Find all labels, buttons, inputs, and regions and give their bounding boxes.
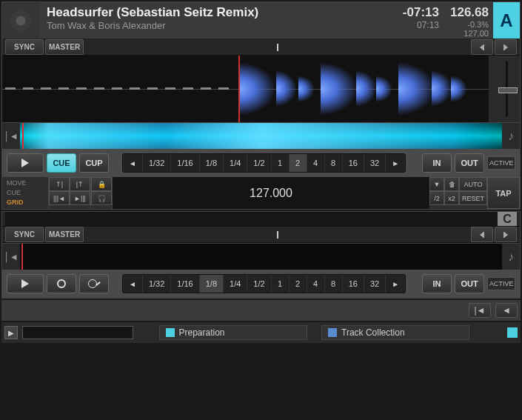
- bpm-double-button[interactable]: x2: [444, 191, 459, 205]
- beatjump-c-8[interactable]: 8: [325, 275, 343, 293]
- pitch-bend-up-c[interactable]: [495, 227, 517, 242]
- set-gridmarker-button[interactable]: ▼: [429, 177, 444, 191]
- phase-center-tick-c: [277, 231, 278, 239]
- beatjump-strip: ◄ 1/32 1/16 1/8 1/4 1/2 1 2 4 8 16 32 ►: [122, 153, 406, 173]
- cue-button[interactable]: CUE: [47, 153, 76, 173]
- loop-active-button-c[interactable]: ACTIVE: [487, 277, 515, 290]
- cover-art[interactable]: [2, 2, 39, 39]
- track-info: Headsurfer (Sebastian Seitz Remix) Tom W…: [39, 2, 386, 39]
- waveform-overview-c[interactable]: [20, 244, 502, 270]
- beatjump-c-1-16[interactable]: 1/16: [171, 275, 199, 293]
- grid-nudge-left[interactable]: ⤒|: [49, 177, 70, 191]
- beatjump-1-4[interactable]: 1/4: [224, 154, 247, 172]
- beatjump-8[interactable]: 8: [325, 154, 343, 172]
- headphone-cue-button[interactable]: 🎧: [91, 191, 112, 205]
- time-remaining: -07:13: [392, 5, 439, 20]
- right-icon: [504, 44, 508, 50]
- grid-adjust-group: ⤒| |⤒ |||◄ ►|||: [48, 177, 91, 209]
- beatjump-1-2[interactable]: 1/2: [247, 154, 271, 172]
- bpm-reset-button[interactable]: RESET: [459, 191, 487, 205]
- analysis-lock-button[interactable]: 🔒: [91, 177, 112, 191]
- beatjump-1-16[interactable]: 1/16: [171, 154, 199, 172]
- deck-c-top: C: [2, 212, 520, 227]
- beatjump-1-8[interactable]: 1/8: [200, 154, 224, 172]
- pitch-bend-down-c[interactable]: [471, 227, 493, 242]
- skip-start-button[interactable]: │◄: [2, 123, 20, 149]
- track-artist: Tom Wax & Boris Alexander: [47, 20, 378, 31]
- search-input[interactable]: [22, 326, 133, 339]
- sync-button-c[interactable]: SYNC: [5, 227, 44, 242]
- play-icon: [21, 159, 29, 167]
- delete-gridmarker-button[interactable]: 🗑: [444, 177, 459, 191]
- deck-letter-c[interactable]: C: [498, 212, 517, 226]
- loop-out-button[interactable]: OUT: [455, 153, 484, 173]
- beatjump-c-2[interactable]: 2: [290, 275, 307, 293]
- pitch-bend-up[interactable]: [495, 39, 517, 55]
- beatjump-1[interactable]: 1: [272, 154, 290, 172]
- waveform-main[interactable]: [2, 56, 489, 122]
- transport-row-c: ◄ 1/32 1/16 1/8 1/4 1/2 1 2 4 8 16 32 ► …: [2, 270, 520, 298]
- keylock-icon[interactable]: ♪: [502, 123, 520, 149]
- preparation-column[interactable]: Preparation: [159, 325, 307, 340]
- beatjump-c-4[interactable]: 4: [307, 275, 325, 293]
- pitch-bend-down[interactable]: [471, 39, 493, 55]
- record-button-c[interactable]: [47, 274, 76, 293]
- beatjump-c-16[interactable]: 16: [343, 275, 364, 293]
- history-prev-button[interactable]: ◄: [495, 303, 518, 318]
- bpm-display[interactable]: 127.000: [113, 177, 429, 209]
- cup-button[interactable]: CUP: [79, 153, 109, 173]
- loop-out-button-c[interactable]: OUT: [455, 274, 484, 293]
- beatjump-next-c[interactable]: ►: [386, 275, 405, 293]
- tempo-fader[interactable]: [489, 56, 520, 122]
- disc-icon: [10, 10, 32, 32]
- grid-shift-right[interactable]: ►|||: [70, 191, 90, 205]
- tap-button[interactable]: TAP: [487, 177, 520, 209]
- grid-shift-left[interactable]: |||◄: [49, 191, 70, 205]
- bpm-controls: ▼ 🗑 AUTO /2 x2 RESET: [429, 177, 487, 209]
- browser-toggle-button[interactable]: [507, 327, 518, 338]
- history-back-button[interactable]: |◄: [469, 303, 491, 318]
- beatjump-1-32[interactable]: 1/32: [143, 154, 171, 172]
- beatjump-c-1-32[interactable]: 1/32: [143, 275, 171, 293]
- beatjump-c-1-8[interactable]: 1/8: [200, 275, 224, 293]
- beatjump-16[interactable]: 16: [343, 154, 364, 172]
- beatjump-c-1-2[interactable]: 1/2: [247, 275, 271, 293]
- beatjump-c-1[interactable]: 1: [272, 275, 290, 293]
- sync-button[interactable]: SYNC: [5, 39, 44, 55]
- loop-active-button[interactable]: ACTIVE: [487, 156, 515, 170]
- tempo-base: 127.00: [449, 29, 489, 38]
- grid-nudge-right[interactable]: |⤒: [70, 177, 90, 191]
- bpm-auto-button[interactable]: AUTO: [459, 177, 487, 191]
- vinyl-button-c[interactable]: [79, 274, 109, 293]
- time-display[interactable]: -07:13 07:13: [386, 2, 445, 39]
- collection-column[interactable]: Track Collection: [321, 325, 469, 340]
- beatjump-prev-c[interactable]: ◄: [123, 275, 143, 293]
- beatjump-c-1-4[interactable]: 1/4: [224, 275, 247, 293]
- tempo-display[interactable]: 126.68 -0.3% 127.00: [445, 2, 493, 39]
- transport-row: CUE CUP ◄ 1/32 1/16 1/8 1/4 1/2 1 2 4 8 …: [2, 149, 520, 177]
- grid-move-label: MOVE: [7, 179, 44, 188]
- stripe-row-c: │◄ ♪: [2, 243, 520, 270]
- stripe-row: │◄ ♪: [2, 122, 520, 149]
- beatjump-strip-c: ◄ 1/32 1/16 1/8 1/4 1/2 1 2 4 8 16 32 ►: [122, 274, 406, 293]
- loop-in-button[interactable]: IN: [422, 153, 452, 173]
- beatjump-prev[interactable]: ◄: [123, 154, 143, 172]
- master-button[interactable]: MASTER: [45, 39, 84, 55]
- beatjump-4[interactable]: 4: [307, 154, 325, 172]
- beatjump-2[interactable]: 2: [290, 154, 307, 172]
- waveform-overview[interactable]: [20, 123, 502, 149]
- master-button-c[interactable]: MASTER: [45, 227, 84, 242]
- play-button-c[interactable]: [7, 274, 44, 293]
- beatjump-c-32[interactable]: 32: [364, 275, 386, 293]
- skip-start-button-c[interactable]: │◄: [2, 244, 20, 270]
- lock-column: 🔒 🎧: [91, 177, 113, 209]
- beatjump-32[interactable]: 32: [364, 154, 386, 172]
- play-button[interactable]: [7, 153, 44, 173]
- bpm-half-button[interactable]: /2: [429, 191, 444, 205]
- fader-thumb[interactable]: [498, 87, 518, 93]
- keylock-icon-c[interactable]: ♪: [502, 244, 520, 270]
- beatjump-next[interactable]: ►: [386, 154, 405, 172]
- deck-letter[interactable]: A: [493, 2, 520, 39]
- preview-play-button[interactable]: ▶: [4, 326, 18, 339]
- loop-in-button-c[interactable]: IN: [422, 274, 452, 293]
